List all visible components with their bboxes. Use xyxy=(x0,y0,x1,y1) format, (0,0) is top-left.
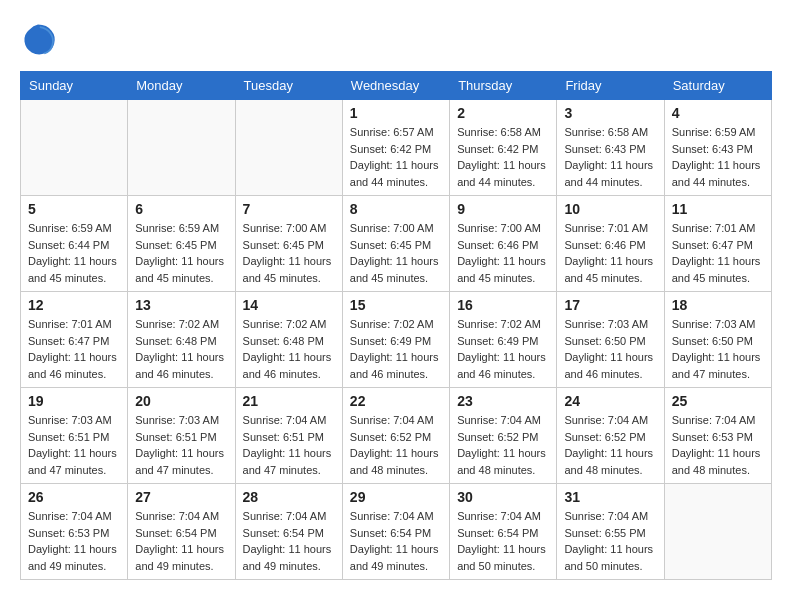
calendar-cell: 27Sunrise: 7:04 AMSunset: 6:54 PMDayligh… xyxy=(128,484,235,580)
day-number: 12 xyxy=(28,297,120,313)
calendar-cell: 31Sunrise: 7:04 AMSunset: 6:55 PMDayligh… xyxy=(557,484,664,580)
day-info: Sunrise: 7:01 AMSunset: 6:46 PMDaylight:… xyxy=(564,220,656,286)
day-number: 29 xyxy=(350,489,442,505)
calendar-cell: 14Sunrise: 7:02 AMSunset: 6:48 PMDayligh… xyxy=(235,292,342,388)
calendar-cell: 8Sunrise: 7:00 AMSunset: 6:45 PMDaylight… xyxy=(342,196,449,292)
day-number: 17 xyxy=(564,297,656,313)
day-info: Sunrise: 7:04 AMSunset: 6:54 PMDaylight:… xyxy=(457,508,549,574)
week-row-4: 19Sunrise: 7:03 AMSunset: 6:51 PMDayligh… xyxy=(21,388,772,484)
day-info: Sunrise: 7:02 AMSunset: 6:48 PMDaylight:… xyxy=(243,316,335,382)
calendar-cell: 15Sunrise: 7:02 AMSunset: 6:49 PMDayligh… xyxy=(342,292,449,388)
day-info: Sunrise: 7:03 AMSunset: 6:51 PMDaylight:… xyxy=(28,412,120,478)
day-info: Sunrise: 7:04 AMSunset: 6:52 PMDaylight:… xyxy=(564,412,656,478)
day-number: 28 xyxy=(243,489,335,505)
week-row-2: 5Sunrise: 6:59 AMSunset: 6:44 PMDaylight… xyxy=(21,196,772,292)
calendar-cell xyxy=(21,100,128,196)
day-info: Sunrise: 7:02 AMSunset: 6:49 PMDaylight:… xyxy=(457,316,549,382)
calendar-cell: 4Sunrise: 6:59 AMSunset: 6:43 PMDaylight… xyxy=(664,100,771,196)
day-info: Sunrise: 6:59 AMSunset: 6:45 PMDaylight:… xyxy=(135,220,227,286)
calendar-cell: 23Sunrise: 7:04 AMSunset: 6:52 PMDayligh… xyxy=(450,388,557,484)
day-info: Sunrise: 7:04 AMSunset: 6:54 PMDaylight:… xyxy=(350,508,442,574)
day-number: 3 xyxy=(564,105,656,121)
day-info: Sunrise: 7:04 AMSunset: 6:54 PMDaylight:… xyxy=(135,508,227,574)
calendar-cell: 5Sunrise: 6:59 AMSunset: 6:44 PMDaylight… xyxy=(21,196,128,292)
calendar-cell: 9Sunrise: 7:00 AMSunset: 6:46 PMDaylight… xyxy=(450,196,557,292)
calendar-cell: 11Sunrise: 7:01 AMSunset: 6:47 PMDayligh… xyxy=(664,196,771,292)
day-info: Sunrise: 7:03 AMSunset: 6:51 PMDaylight:… xyxy=(135,412,227,478)
day-header-sunday: Sunday xyxy=(21,72,128,100)
day-info: Sunrise: 7:02 AMSunset: 6:49 PMDaylight:… xyxy=(350,316,442,382)
day-number: 11 xyxy=(672,201,764,217)
calendar-cell: 19Sunrise: 7:03 AMSunset: 6:51 PMDayligh… xyxy=(21,388,128,484)
calendar-table: SundayMondayTuesdayWednesdayThursdayFrid… xyxy=(20,71,772,580)
calendar-cell xyxy=(128,100,235,196)
calendar-cell: 22Sunrise: 7:04 AMSunset: 6:52 PMDayligh… xyxy=(342,388,449,484)
calendar-cell: 18Sunrise: 7:03 AMSunset: 6:50 PMDayligh… xyxy=(664,292,771,388)
calendar-cell xyxy=(235,100,342,196)
calendar-cell: 21Sunrise: 7:04 AMSunset: 6:51 PMDayligh… xyxy=(235,388,342,484)
day-info: Sunrise: 7:00 AMSunset: 6:45 PMDaylight:… xyxy=(350,220,442,286)
day-header-monday: Monday xyxy=(128,72,235,100)
day-number: 13 xyxy=(135,297,227,313)
calendar-cell: 1Sunrise: 6:57 AMSunset: 6:42 PMDaylight… xyxy=(342,100,449,196)
day-info: Sunrise: 7:00 AMSunset: 6:46 PMDaylight:… xyxy=(457,220,549,286)
calendar-header-row: SundayMondayTuesdayWednesdayThursdayFrid… xyxy=(21,72,772,100)
calendar-cell: 26Sunrise: 7:04 AMSunset: 6:53 PMDayligh… xyxy=(21,484,128,580)
day-number: 30 xyxy=(457,489,549,505)
calendar-cell: 29Sunrise: 7:04 AMSunset: 6:54 PMDayligh… xyxy=(342,484,449,580)
calendar-body: 1Sunrise: 6:57 AMSunset: 6:42 PMDaylight… xyxy=(21,100,772,580)
day-number: 26 xyxy=(28,489,120,505)
day-number: 21 xyxy=(243,393,335,409)
day-info: Sunrise: 7:04 AMSunset: 6:53 PMDaylight:… xyxy=(28,508,120,574)
calendar-cell: 17Sunrise: 7:03 AMSunset: 6:50 PMDayligh… xyxy=(557,292,664,388)
day-header-wednesday: Wednesday xyxy=(342,72,449,100)
day-number: 7 xyxy=(243,201,335,217)
day-info: Sunrise: 6:58 AMSunset: 6:43 PMDaylight:… xyxy=(564,124,656,190)
day-number: 9 xyxy=(457,201,549,217)
day-header-tuesday: Tuesday xyxy=(235,72,342,100)
day-number: 24 xyxy=(564,393,656,409)
day-number: 18 xyxy=(672,297,764,313)
day-info: Sunrise: 7:04 AMSunset: 6:55 PMDaylight:… xyxy=(564,508,656,574)
day-info: Sunrise: 6:59 AMSunset: 6:44 PMDaylight:… xyxy=(28,220,120,286)
day-info: Sunrise: 7:01 AMSunset: 6:47 PMDaylight:… xyxy=(672,220,764,286)
day-info: Sunrise: 7:03 AMSunset: 6:50 PMDaylight:… xyxy=(672,316,764,382)
day-info: Sunrise: 7:04 AMSunset: 6:51 PMDaylight:… xyxy=(243,412,335,478)
calendar-cell: 28Sunrise: 7:04 AMSunset: 6:54 PMDayligh… xyxy=(235,484,342,580)
page-header xyxy=(20,20,772,56)
day-number: 25 xyxy=(672,393,764,409)
day-info: Sunrise: 7:01 AMSunset: 6:47 PMDaylight:… xyxy=(28,316,120,382)
day-number: 14 xyxy=(243,297,335,313)
day-number: 8 xyxy=(350,201,442,217)
day-info: Sunrise: 7:04 AMSunset: 6:52 PMDaylight:… xyxy=(350,412,442,478)
calendar-cell: 10Sunrise: 7:01 AMSunset: 6:46 PMDayligh… xyxy=(557,196,664,292)
calendar-cell: 16Sunrise: 7:02 AMSunset: 6:49 PMDayligh… xyxy=(450,292,557,388)
calendar-cell xyxy=(664,484,771,580)
week-row-3: 12Sunrise: 7:01 AMSunset: 6:47 PMDayligh… xyxy=(21,292,772,388)
day-info: Sunrise: 7:03 AMSunset: 6:50 PMDaylight:… xyxy=(564,316,656,382)
calendar-cell: 2Sunrise: 6:58 AMSunset: 6:42 PMDaylight… xyxy=(450,100,557,196)
day-header-thursday: Thursday xyxy=(450,72,557,100)
day-number: 10 xyxy=(564,201,656,217)
day-number: 19 xyxy=(28,393,120,409)
day-header-friday: Friday xyxy=(557,72,664,100)
calendar-cell: 12Sunrise: 7:01 AMSunset: 6:47 PMDayligh… xyxy=(21,292,128,388)
logo xyxy=(20,20,60,56)
day-number: 15 xyxy=(350,297,442,313)
day-info: Sunrise: 7:02 AMSunset: 6:48 PMDaylight:… xyxy=(135,316,227,382)
day-number: 16 xyxy=(457,297,549,313)
week-row-5: 26Sunrise: 7:04 AMSunset: 6:53 PMDayligh… xyxy=(21,484,772,580)
day-number: 22 xyxy=(350,393,442,409)
calendar-cell: 7Sunrise: 7:00 AMSunset: 6:45 PMDaylight… xyxy=(235,196,342,292)
day-number: 1 xyxy=(350,105,442,121)
calendar-cell: 25Sunrise: 7:04 AMSunset: 6:53 PMDayligh… xyxy=(664,388,771,484)
day-number: 5 xyxy=(28,201,120,217)
day-number: 23 xyxy=(457,393,549,409)
day-number: 6 xyxy=(135,201,227,217)
day-info: Sunrise: 6:59 AMSunset: 6:43 PMDaylight:… xyxy=(672,124,764,190)
day-number: 27 xyxy=(135,489,227,505)
day-info: Sunrise: 6:58 AMSunset: 6:42 PMDaylight:… xyxy=(457,124,549,190)
calendar-cell: 20Sunrise: 7:03 AMSunset: 6:51 PMDayligh… xyxy=(128,388,235,484)
day-info: Sunrise: 7:00 AMSunset: 6:45 PMDaylight:… xyxy=(243,220,335,286)
day-info: Sunrise: 7:04 AMSunset: 6:52 PMDaylight:… xyxy=(457,412,549,478)
